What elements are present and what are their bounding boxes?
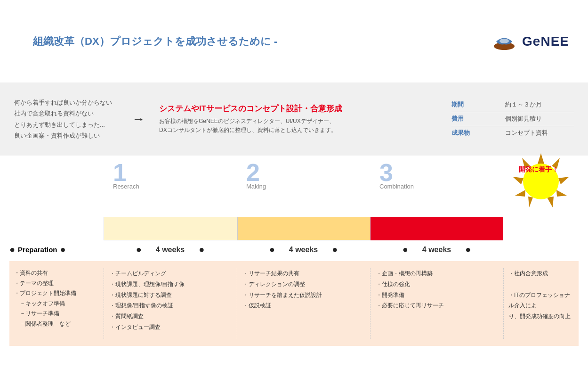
- logo-text: GeNEE: [522, 34, 569, 49]
- svg-marker-9: [513, 177, 524, 184]
- phase2-bullet-left: ●: [269, 244, 275, 255]
- bar-phase-3: [371, 217, 503, 240]
- phase3-weeks: 4 weeks: [422, 246, 451, 254]
- phase-3-name: Combination: [379, 183, 503, 190]
- bar-sun: [503, 217, 579, 240]
- label-period: 期間: [451, 101, 496, 109]
- value-cost: 個別御見積り: [505, 115, 574, 123]
- label-deliverable: 成果物: [451, 129, 496, 137]
- value-period: 約１～３か月: [505, 101, 574, 109]
- sun-content: ・社内合意形成 ・ITのプロフェッショナル介入により、開発成功確度の向上: [503, 268, 579, 339]
- svg-marker-5: [556, 190, 567, 197]
- svg-point-1: [499, 39, 509, 43]
- bar-phase-2: [237, 217, 371, 240]
- phase3-bullet-right: ●: [465, 244, 471, 255]
- phase2-weeks: 4 weeks: [289, 246, 318, 254]
- sun-svg: [508, 151, 574, 212]
- logo-area: GeNEE: [491, 32, 569, 51]
- phase-2-name: Making: [246, 183, 370, 190]
- value-deliverable: コンセプト資料: [505, 129, 574, 137]
- phase2-bullet-right: ●: [332, 244, 338, 255]
- phase3-bullet-left: ●: [403, 244, 408, 255]
- arrow-icon: →: [132, 112, 145, 127]
- color-bars-row: [9, 217, 579, 240]
- solution-area: システムやITサービスのコンセプト設計・合意形成 お客様の構想をGeNEEのビジ…: [159, 103, 442, 135]
- phase-2-number: 2: [246, 160, 370, 185]
- prep-bar-empty: [9, 217, 104, 240]
- sun-header: 開発に着手！: [503, 160, 579, 212]
- svg-marker-2: [538, 153, 544, 164]
- solution-title: システムやITサービスのコンセプト設計・合意形成: [159, 103, 442, 114]
- details-grid: 期間 約１～３か月 費用 個別御見積り 成果物 コンセプト資料: [451, 101, 574, 137]
- prep-bullet-left: ●: [9, 244, 15, 255]
- phases-header-row: 1 Reserach 2 Making 3 Combination: [104, 156, 579, 214]
- phase-1-header: 1 Reserach: [104, 160, 237, 190]
- process-section: 1 Reserach 2 Making 3 Combination: [0, 156, 588, 386]
- prep-text: Preparation: [18, 246, 57, 254]
- weeks-phase-3: ● 4 weeks ●: [370, 244, 503, 255]
- phase2-content: ・リサーチ結果の共有 ・ディレクションの調整 ・リサーチを踏まえた仮説設計 ・仮…: [237, 268, 370, 339]
- page-title: 組織改革（DX）プロジェクトを成功させるために -: [33, 34, 277, 49]
- genee-logo-icon: [491, 32, 517, 51]
- phase1-content: ・チームビルディング ・現状課題、理想像/目指す像 ・現状課題に対する調査 ・理…: [104, 268, 237, 339]
- solution-desc: お客様の構想をGeNEEのビジネスディレクター、UI/UXデザイナー、DXコンサ…: [159, 117, 442, 135]
- label-cost: 費用: [451, 115, 496, 123]
- phase-2-header: 2 Making: [237, 160, 370, 190]
- svg-marker-7: [528, 197, 533, 207]
- prep-label: ● Preparation ●: [9, 244, 104, 255]
- svg-marker-8: [515, 190, 525, 197]
- prep-bullet-right: ●: [60, 244, 65, 255]
- svg-marker-6: [547, 197, 554, 207]
- prep-content: ・資料の共有 ・テーマの整理 ・プロジェクト開始準備 －キックオフ準備 －リサー…: [9, 268, 104, 339]
- phase-1-number: 1: [113, 160, 237, 185]
- svg-marker-4: [558, 177, 569, 184]
- info-section: 何から着手すれば良いか分からない社内で合意取れる資料がないとりあえず動き出してし…: [0, 82, 588, 156]
- phase1-bullet-right: ●: [199, 244, 204, 255]
- phase-1-name: Reserach: [113, 183, 237, 190]
- phase3-content: ・企画・構想の再構築 ・仕様の強化 ・開発準備 ・必要に応じて再リサーチ: [370, 268, 503, 339]
- weeks-row: ● Preparation ● ● 4 weeks ● ● 4 weeks ● …: [9, 240, 579, 259]
- problem-1: 何から着手すれば良いか分からない社内で合意取れる資料がないとりあえず動き出してし…: [14, 97, 118, 141]
- header-section: 組織改革（DX）プロジェクトを成功させるために - GeNEE: [0, 0, 588, 82]
- problems-list: 何から着手すれば良いか分からない社内で合意取れる資料がないとりあえず動き出してし…: [14, 97, 118, 141]
- phase1-bullet-left: ●: [136, 244, 142, 255]
- content-row: ・資料の共有 ・テーマの整理 ・プロジェクト開始準備 －キックオフ準備 －リサー…: [9, 261, 579, 346]
- weeks-phase-2: ● 4 weeks ●: [237, 244, 370, 255]
- phase-3-header: 3 Combination: [370, 160, 503, 190]
- weeks-phase-1: ● 4 weeks ●: [104, 244, 237, 255]
- sun-graphic: 開発に着手！: [503, 151, 579, 212]
- phase-3-number: 3: [379, 160, 503, 185]
- bar-phase-1: [104, 217, 237, 240]
- phase1-weeks: 4 weeks: [156, 246, 185, 254]
- sun-label: 開発に着手！: [515, 165, 562, 173]
